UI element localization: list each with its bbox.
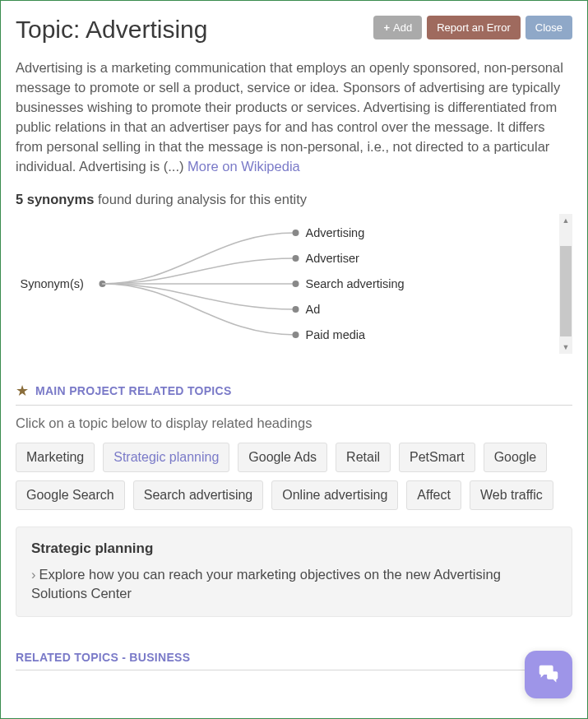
related-business-section-header: RELATED TOPICS - BUSINESS <box>16 650 572 670</box>
synonym-count-bold: 5 synonyms <box>16 192 94 206</box>
synonym-count-line: 5 synonyms found during analysis for thi… <box>16 192 572 207</box>
topic-chip[interactable]: Strategic planning <box>103 443 229 472</box>
main-related-subtitle: Click on a topic below to display relate… <box>16 415 572 431</box>
topic-chip[interactable]: Web traffic <box>470 480 553 510</box>
synonym-node-label: Advertising <box>306 226 365 239</box>
topic-chip[interactable]: PetSmart <box>399 443 475 472</box>
topic-chip[interactable]: Search advertising <box>133 480 264 510</box>
star-icon: ★ <box>16 382 29 400</box>
expansion-text: Explore how you can reach your marketing… <box>31 567 501 601</box>
synonym-node-label: Ad <box>306 303 321 316</box>
chat-icon <box>536 662 561 687</box>
svg-point-4 <box>293 332 299 338</box>
scroll-up-icon[interactable]: ▲ <box>563 214 570 227</box>
header-buttons: + Add Report an Error Close <box>373 16 572 39</box>
chevron-right-icon: › <box>31 567 36 582</box>
topic-chip[interactable]: Google <box>484 443 548 472</box>
svg-point-1 <box>293 255 299 262</box>
add-button-label: Add <box>393 21 412 34</box>
svg-point-2 <box>293 281 299 287</box>
synonym-node-label: Search advertising <box>306 277 405 290</box>
report-error-button[interactable]: Report an Error <box>427 16 521 39</box>
synonym-node-label: Paid media <box>306 328 366 341</box>
description-text: Advertising is a marketing communication… <box>16 60 563 174</box>
topic-chip[interactable]: Online advertising <box>271 480 398 510</box>
topic-chip[interactable]: Google Ads <box>238 443 327 472</box>
more-wikipedia-link[interactable]: More on Wikipedia <box>188 159 300 174</box>
svg-point-0 <box>293 230 299 236</box>
scroll-down-icon[interactable]: ▼ <box>563 341 570 354</box>
synonym-node-label: Advertiser <box>306 252 359 265</box>
syn-branch-2: Search advertising <box>103 277 405 290</box>
topic-expansion-box: Strategic planning ›Explore how you can … <box>16 526 572 617</box>
topic-chip[interactable]: Retail <box>336 443 391 472</box>
topic-chip[interactable]: Affect <box>406 480 461 510</box>
topic-chips: MarketingStrategic planningGoogle AdsRet… <box>16 443 572 510</box>
related-business-title: RELATED TOPICS - BUSINESS <box>16 651 190 664</box>
topic-chip[interactable]: Marketing <box>16 443 95 472</box>
expansion-title: Strategic planning <box>31 540 557 557</box>
syn-branch-4: Paid media <box>103 284 366 341</box>
topic-chip[interactable]: Google Search <box>16 480 125 510</box>
main-related-title: MAIN PROJECT RELATED TOPICS <box>35 384 232 397</box>
synonym-graph: Synonym(s) Advertising Advertiser Search… <box>16 214 572 354</box>
syn-branch-3: Ad <box>103 284 321 316</box>
synonym-graph-svg: Synonym(s) Advertising Advertiser Search… <box>16 214 559 354</box>
topic-description: Advertising is a marketing communication… <box>16 58 572 177</box>
graph-scrollbar[interactable]: ▲ ▼ <box>559 214 572 354</box>
expansion-item[interactable]: ›Explore how you can reach your marketin… <box>31 565 557 603</box>
svg-point-3 <box>293 306 299 313</box>
plus-icon: + <box>383 21 390 34</box>
page-title: Topic: Advertising <box>16 16 207 44</box>
synonym-count-text: found during analysis for this entity <box>94 192 307 206</box>
root-label: Synonym(s) <box>21 277 84 290</box>
close-button[interactable]: Close <box>525 16 572 39</box>
main-related-section-header: ★ MAIN PROJECT RELATED TOPICS <box>16 382 572 406</box>
chat-fab-button[interactable] <box>525 651 572 698</box>
scrollbar-thumb[interactable] <box>560 246 572 336</box>
add-button[interactable]: + Add <box>373 16 422 39</box>
